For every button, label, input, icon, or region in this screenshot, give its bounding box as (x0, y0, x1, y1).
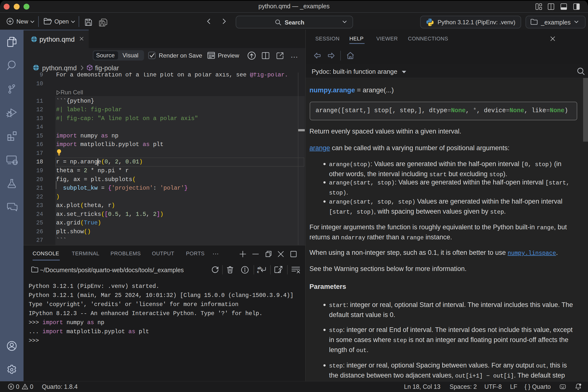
svg-text:c: c (257, 270, 259, 274)
svg-text:ab: ab (258, 266, 262, 270)
